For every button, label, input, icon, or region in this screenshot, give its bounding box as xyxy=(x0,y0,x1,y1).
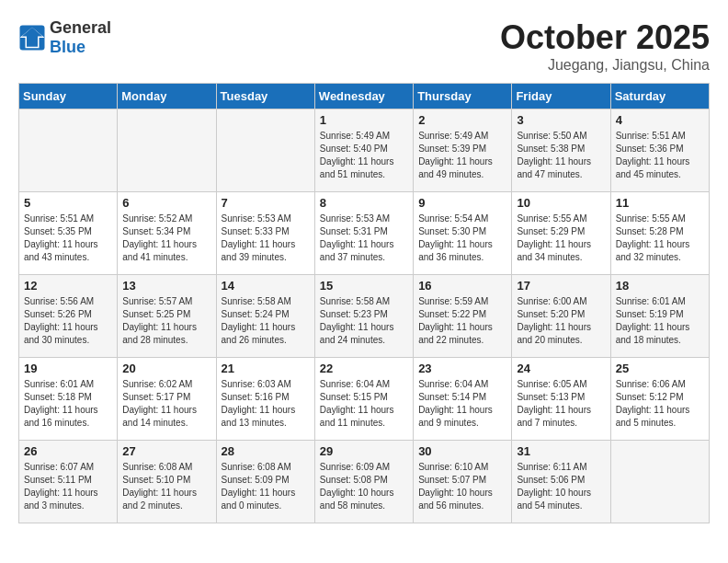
day-number: 27 xyxy=(122,444,210,458)
calendar-week-row: 5Sunrise: 5:51 AM Sunset: 5:35 PM Daylig… xyxy=(19,192,710,275)
calendar-day-7: 7Sunrise: 5:53 AM Sunset: 5:33 PM Daylig… xyxy=(216,192,314,275)
calendar-day-24: 24Sunrise: 6:05 AM Sunset: 5:13 PM Dayli… xyxy=(512,358,610,441)
calendar-day-10: 10Sunrise: 5:55 AM Sunset: 5:29 PM Dayli… xyxy=(512,192,610,275)
weekday-header-friday: Friday xyxy=(512,84,610,109)
day-info: Sunrise: 6:10 AM Sunset: 5:07 PM Dayligh… xyxy=(418,461,506,512)
day-info: Sunrise: 6:02 AM Sunset: 5:17 PM Dayligh… xyxy=(122,378,210,430)
day-number: 14 xyxy=(222,279,310,293)
day-info: Sunrise: 5:58 AM Sunset: 5:24 PM Dayligh… xyxy=(222,295,310,347)
calendar-week-row: 26Sunrise: 6:07 AM Sunset: 5:11 PM Dayli… xyxy=(19,441,710,523)
day-info: Sunrise: 6:01 AM Sunset: 5:19 PM Dayligh… xyxy=(616,295,704,347)
calendar-empty-cell xyxy=(118,109,216,192)
day-info: Sunrise: 5:56 AM Sunset: 5:26 PM Dayligh… xyxy=(24,295,112,347)
day-info: Sunrise: 6:04 AM Sunset: 5:15 PM Dayligh… xyxy=(320,378,408,430)
logo-general-text: General xyxy=(50,18,111,37)
calendar-day-12: 12Sunrise: 5:56 AM Sunset: 5:26 PM Dayli… xyxy=(19,275,118,358)
logo-blue-text: Blue xyxy=(50,38,85,56)
day-number: 3 xyxy=(517,113,605,127)
day-info: Sunrise: 6:11 AM Sunset: 5:06 PM Dayligh… xyxy=(517,461,605,512)
day-number: 23 xyxy=(418,362,506,375)
calendar-day-28: 28Sunrise: 6:08 AM Sunset: 5:09 PM Dayli… xyxy=(216,441,314,523)
day-number: 18 xyxy=(616,279,704,293)
day-number: 9 xyxy=(418,196,506,210)
day-number: 29 xyxy=(320,444,408,458)
calendar-day-31: 31Sunrise: 6:11 AM Sunset: 5:06 PM Dayli… xyxy=(512,441,610,523)
day-info: Sunrise: 6:05 AM Sunset: 5:13 PM Dayligh… xyxy=(517,378,605,430)
day-number: 19 xyxy=(24,362,112,375)
calendar-day-8: 8Sunrise: 5:53 AM Sunset: 5:31 PM Daylig… xyxy=(314,192,413,275)
day-number: 8 xyxy=(320,196,408,210)
calendar-day-4: 4Sunrise: 5:51 AM Sunset: 5:36 PM Daylig… xyxy=(610,109,709,192)
day-info: Sunrise: 5:49 AM Sunset: 5:39 PM Dayligh… xyxy=(418,130,506,181)
calendar-week-row: 12Sunrise: 5:56 AM Sunset: 5:26 PM Dayli… xyxy=(19,275,710,358)
calendar-day-14: 14Sunrise: 5:58 AM Sunset: 5:24 PM Dayli… xyxy=(216,275,314,358)
day-info: Sunrise: 5:57 AM Sunset: 5:25 PM Dayligh… xyxy=(122,295,210,347)
day-info: Sunrise: 5:59 AM Sunset: 5:22 PM Dayligh… xyxy=(418,295,506,347)
day-number: 16 xyxy=(418,279,506,293)
calendar-day-3: 3Sunrise: 5:50 AM Sunset: 5:38 PM Daylig… xyxy=(512,109,610,192)
day-number: 2 xyxy=(418,113,506,127)
day-info: Sunrise: 5:54 AM Sunset: 5:30 PM Dayligh… xyxy=(418,213,506,264)
day-number: 12 xyxy=(24,279,112,293)
calendar-day-27: 27Sunrise: 6:08 AM Sunset: 5:10 PM Dayli… xyxy=(118,441,216,523)
calendar-day-21: 21Sunrise: 6:03 AM Sunset: 5:16 PM Dayli… xyxy=(216,358,314,441)
day-info: Sunrise: 5:50 AM Sunset: 5:38 PM Dayligh… xyxy=(517,130,605,181)
day-info: Sunrise: 5:53 AM Sunset: 5:31 PM Dayligh… xyxy=(320,213,408,264)
calendar-day-6: 6Sunrise: 5:52 AM Sunset: 5:34 PM Daylig… xyxy=(118,192,216,275)
weekday-header-wednesday: Wednesday xyxy=(314,84,413,109)
day-info: Sunrise: 5:51 AM Sunset: 5:36 PM Dayligh… xyxy=(616,130,704,181)
day-number: 4 xyxy=(616,113,704,127)
day-number: 25 xyxy=(616,362,704,375)
day-number: 10 xyxy=(517,196,605,210)
day-number: 6 xyxy=(122,196,210,210)
calendar-day-18: 18Sunrise: 6:01 AM Sunset: 5:19 PM Dayli… xyxy=(610,275,709,358)
day-number: 30 xyxy=(418,444,506,458)
calendar-day-25: 25Sunrise: 6:06 AM Sunset: 5:12 PM Dayli… xyxy=(610,358,709,441)
day-info: Sunrise: 6:06 AM Sunset: 5:12 PM Dayligh… xyxy=(616,378,704,430)
day-number: 7 xyxy=(222,196,310,210)
day-info: Sunrise: 5:55 AM Sunset: 5:28 PM Dayligh… xyxy=(616,213,704,264)
weekday-header-monday: Monday xyxy=(118,84,216,109)
calendar-week-row: 1Sunrise: 5:49 AM Sunset: 5:40 PM Daylig… xyxy=(19,109,710,192)
calendar-day-1: 1Sunrise: 5:49 AM Sunset: 5:40 PM Daylig… xyxy=(314,109,413,192)
day-number: 13 xyxy=(122,279,210,293)
day-number: 5 xyxy=(24,196,112,210)
calendar-empty-cell xyxy=(19,109,118,192)
day-info: Sunrise: 5:49 AM Sunset: 5:40 PM Dayligh… xyxy=(320,130,408,181)
calendar-empty-cell xyxy=(610,441,709,523)
day-number: 26 xyxy=(24,444,112,458)
day-info: Sunrise: 6:01 AM Sunset: 5:18 PM Dayligh… xyxy=(24,378,112,430)
calendar-day-9: 9Sunrise: 5:54 AM Sunset: 5:30 PM Daylig… xyxy=(414,192,512,275)
day-info: Sunrise: 6:03 AM Sunset: 5:16 PM Dayligh… xyxy=(222,378,310,430)
day-number: 1 xyxy=(320,113,408,127)
logo: General Blue xyxy=(18,18,111,57)
calendar-day-15: 15Sunrise: 5:58 AM Sunset: 5:23 PM Dayli… xyxy=(314,275,413,358)
day-info: Sunrise: 6:09 AM Sunset: 5:08 PM Dayligh… xyxy=(320,461,408,512)
calendar-day-23: 23Sunrise: 6:04 AM Sunset: 5:14 PM Dayli… xyxy=(414,358,512,441)
day-number: 24 xyxy=(517,362,605,375)
calendar-table: SundayMondayTuesdayWednesdayThursdayFrid… xyxy=(18,83,710,523)
day-info: Sunrise: 5:53 AM Sunset: 5:33 PM Dayligh… xyxy=(222,213,310,264)
weekday-header-row: SundayMondayTuesdayWednesdayThursdayFrid… xyxy=(19,84,710,109)
logo-icon xyxy=(18,24,46,52)
calendar-day-30: 30Sunrise: 6:10 AM Sunset: 5:07 PM Dayli… xyxy=(414,441,512,523)
day-info: Sunrise: 5:51 AM Sunset: 5:35 PM Dayligh… xyxy=(24,213,112,264)
calendar-day-16: 16Sunrise: 5:59 AM Sunset: 5:22 PM Dayli… xyxy=(414,275,512,358)
calendar-day-20: 20Sunrise: 6:02 AM Sunset: 5:17 PM Dayli… xyxy=(118,358,216,441)
title-block: October 2025 Juegang, Jiangsu, China xyxy=(500,18,710,74)
day-number: 15 xyxy=(320,279,408,293)
calendar-day-19: 19Sunrise: 6:01 AM Sunset: 5:18 PM Dayli… xyxy=(19,358,118,441)
calendar-day-17: 17Sunrise: 6:00 AM Sunset: 5:20 PM Dayli… xyxy=(512,275,610,358)
day-number: 21 xyxy=(222,362,310,375)
month-title: October 2025 xyxy=(500,18,710,57)
weekday-header-tuesday: Tuesday xyxy=(216,84,314,109)
day-number: 28 xyxy=(222,444,310,458)
location-text: Juegang, Jiangsu, China xyxy=(500,57,710,74)
day-info: Sunrise: 6:07 AM Sunset: 5:11 PM Dayligh… xyxy=(24,461,112,512)
page-header: General Blue October 2025 Juegang, Jiang… xyxy=(18,18,710,74)
weekday-header-thursday: Thursday xyxy=(414,84,512,109)
day-number: 31 xyxy=(517,444,605,458)
day-info: Sunrise: 6:04 AM Sunset: 5:14 PM Dayligh… xyxy=(418,378,506,430)
calendar-week-row: 19Sunrise: 6:01 AM Sunset: 5:18 PM Dayli… xyxy=(19,358,710,441)
day-number: 20 xyxy=(122,362,210,375)
